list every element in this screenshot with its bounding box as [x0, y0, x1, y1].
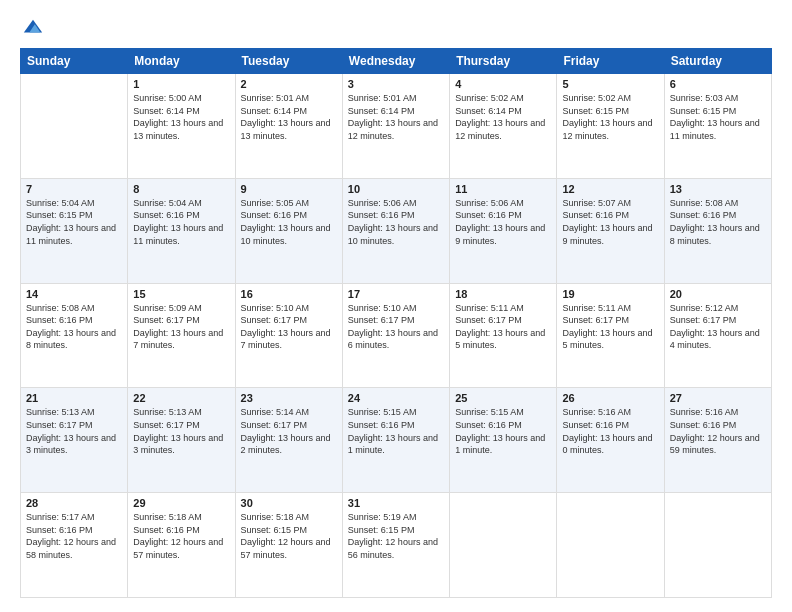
calendar-cell: 3 Sunrise: 5:01 AM Sunset: 6:14 PM Dayli…: [342, 74, 449, 179]
calendar-cell: 29 Sunrise: 5:18 AM Sunset: 6:16 PM Dayl…: [128, 493, 235, 598]
calendar-cell: 13 Sunrise: 5:08 AM Sunset: 6:16 PM Dayl…: [664, 178, 771, 283]
day-info: Sunrise: 5:16 AM Sunset: 6:16 PM Dayligh…: [562, 406, 658, 456]
day-number: 24: [348, 392, 444, 404]
day-info: Sunrise: 5:14 AM Sunset: 6:17 PM Dayligh…: [241, 406, 337, 456]
day-number: 31: [348, 497, 444, 509]
day-number: 15: [133, 288, 229, 300]
calendar-cell: 4 Sunrise: 5:02 AM Sunset: 6:14 PM Dayli…: [450, 74, 557, 179]
day-info: Sunrise: 5:02 AM Sunset: 6:15 PM Dayligh…: [562, 92, 658, 142]
calendar-cell: 27 Sunrise: 5:16 AM Sunset: 6:16 PM Dayl…: [664, 388, 771, 493]
day-number: 2: [241, 78, 337, 90]
calendar-cell: 21 Sunrise: 5:13 AM Sunset: 6:17 PM Dayl…: [21, 388, 128, 493]
day-number: 18: [455, 288, 551, 300]
calendar-cell: 25 Sunrise: 5:15 AM Sunset: 6:16 PM Dayl…: [450, 388, 557, 493]
calendar-cell: 16 Sunrise: 5:10 AM Sunset: 6:17 PM Dayl…: [235, 283, 342, 388]
calendar-cell: [557, 493, 664, 598]
day-number: 29: [133, 497, 229, 509]
day-number: 28: [26, 497, 122, 509]
day-info: Sunrise: 5:10 AM Sunset: 6:17 PM Dayligh…: [348, 302, 444, 352]
header-sunday: Sunday: [21, 49, 128, 74]
calendar-week-row: 14 Sunrise: 5:08 AM Sunset: 6:16 PM Dayl…: [21, 283, 772, 388]
calendar-table: Sunday Monday Tuesday Wednesday Thursday…: [20, 48, 772, 598]
day-info: Sunrise: 5:11 AM Sunset: 6:17 PM Dayligh…: [455, 302, 551, 352]
day-number: 21: [26, 392, 122, 404]
day-info: Sunrise: 5:15 AM Sunset: 6:16 PM Dayligh…: [348, 406, 444, 456]
header: [20, 18, 772, 38]
day-number: 6: [670, 78, 766, 90]
calendar-cell: 6 Sunrise: 5:03 AM Sunset: 6:15 PM Dayli…: [664, 74, 771, 179]
logo: [20, 18, 44, 38]
page: Sunday Monday Tuesday Wednesday Thursday…: [0, 0, 792, 612]
calendar-cell: 23 Sunrise: 5:14 AM Sunset: 6:17 PM Dayl…: [235, 388, 342, 493]
day-info: Sunrise: 5:09 AM Sunset: 6:17 PM Dayligh…: [133, 302, 229, 352]
day-info: Sunrise: 5:08 AM Sunset: 6:16 PM Dayligh…: [670, 197, 766, 247]
calendar-cell: [450, 493, 557, 598]
calendar-cell: 28 Sunrise: 5:17 AM Sunset: 6:16 PM Dayl…: [21, 493, 128, 598]
header-saturday: Saturday: [664, 49, 771, 74]
calendar-cell: 5 Sunrise: 5:02 AM Sunset: 6:15 PM Dayli…: [557, 74, 664, 179]
calendar-cell: 19 Sunrise: 5:11 AM Sunset: 6:17 PM Dayl…: [557, 283, 664, 388]
day-number: 16: [241, 288, 337, 300]
day-number: 23: [241, 392, 337, 404]
day-info: Sunrise: 5:13 AM Sunset: 6:17 PM Dayligh…: [133, 406, 229, 456]
day-number: 7: [26, 183, 122, 195]
day-number: 26: [562, 392, 658, 404]
day-info: Sunrise: 5:01 AM Sunset: 6:14 PM Dayligh…: [348, 92, 444, 142]
day-number: 4: [455, 78, 551, 90]
calendar-cell: 12 Sunrise: 5:07 AM Sunset: 6:16 PM Dayl…: [557, 178, 664, 283]
calendar-cell: [664, 493, 771, 598]
day-number: 30: [241, 497, 337, 509]
day-info: Sunrise: 5:01 AM Sunset: 6:14 PM Dayligh…: [241, 92, 337, 142]
calendar-cell: 8 Sunrise: 5:04 AM Sunset: 6:16 PM Dayli…: [128, 178, 235, 283]
day-number: 1: [133, 78, 229, 90]
day-info: Sunrise: 5:19 AM Sunset: 6:15 PM Dayligh…: [348, 511, 444, 561]
day-number: 5: [562, 78, 658, 90]
day-number: 3: [348, 78, 444, 90]
calendar-week-row: 7 Sunrise: 5:04 AM Sunset: 6:15 PM Dayli…: [21, 178, 772, 283]
day-number: 22: [133, 392, 229, 404]
calendar-week-row: 28 Sunrise: 5:17 AM Sunset: 6:16 PM Dayl…: [21, 493, 772, 598]
day-info: Sunrise: 5:18 AM Sunset: 6:16 PM Dayligh…: [133, 511, 229, 561]
calendar-cell: 7 Sunrise: 5:04 AM Sunset: 6:15 PM Dayli…: [21, 178, 128, 283]
calendar-cell: [21, 74, 128, 179]
day-info: Sunrise: 5:03 AM Sunset: 6:15 PM Dayligh…: [670, 92, 766, 142]
day-info: Sunrise: 5:15 AM Sunset: 6:16 PM Dayligh…: [455, 406, 551, 456]
day-info: Sunrise: 5:10 AM Sunset: 6:17 PM Dayligh…: [241, 302, 337, 352]
day-number: 27: [670, 392, 766, 404]
day-number: 14: [26, 288, 122, 300]
day-info: Sunrise: 5:05 AM Sunset: 6:16 PM Dayligh…: [241, 197, 337, 247]
logo-icon: [22, 16, 44, 38]
day-number: 11: [455, 183, 551, 195]
calendar-cell: 1 Sunrise: 5:00 AM Sunset: 6:14 PM Dayli…: [128, 74, 235, 179]
calendar-week-row: 21 Sunrise: 5:13 AM Sunset: 6:17 PM Dayl…: [21, 388, 772, 493]
day-info: Sunrise: 5:00 AM Sunset: 6:14 PM Dayligh…: [133, 92, 229, 142]
calendar-week-row: 1 Sunrise: 5:00 AM Sunset: 6:14 PM Dayli…: [21, 74, 772, 179]
calendar-cell: 2 Sunrise: 5:01 AM Sunset: 6:14 PM Dayli…: [235, 74, 342, 179]
calendar-cell: 18 Sunrise: 5:11 AM Sunset: 6:17 PM Dayl…: [450, 283, 557, 388]
calendar-cell: 26 Sunrise: 5:16 AM Sunset: 6:16 PM Dayl…: [557, 388, 664, 493]
calendar-cell: 14 Sunrise: 5:08 AM Sunset: 6:16 PM Dayl…: [21, 283, 128, 388]
calendar-cell: 20 Sunrise: 5:12 AM Sunset: 6:17 PM Dayl…: [664, 283, 771, 388]
calendar-cell: 17 Sunrise: 5:10 AM Sunset: 6:17 PM Dayl…: [342, 283, 449, 388]
calendar-cell: 15 Sunrise: 5:09 AM Sunset: 6:17 PM Dayl…: [128, 283, 235, 388]
calendar-cell: 22 Sunrise: 5:13 AM Sunset: 6:17 PM Dayl…: [128, 388, 235, 493]
day-info: Sunrise: 5:18 AM Sunset: 6:15 PM Dayligh…: [241, 511, 337, 561]
header-monday: Monday: [128, 49, 235, 74]
day-number: 17: [348, 288, 444, 300]
day-info: Sunrise: 5:04 AM Sunset: 6:15 PM Dayligh…: [26, 197, 122, 247]
day-info: Sunrise: 5:06 AM Sunset: 6:16 PM Dayligh…: [455, 197, 551, 247]
calendar-cell: 10 Sunrise: 5:06 AM Sunset: 6:16 PM Dayl…: [342, 178, 449, 283]
day-info: Sunrise: 5:08 AM Sunset: 6:16 PM Dayligh…: [26, 302, 122, 352]
day-info: Sunrise: 5:11 AM Sunset: 6:17 PM Dayligh…: [562, 302, 658, 352]
day-number: 9: [241, 183, 337, 195]
calendar-cell: 11 Sunrise: 5:06 AM Sunset: 6:16 PM Dayl…: [450, 178, 557, 283]
header-friday: Friday: [557, 49, 664, 74]
calendar-cell: 31 Sunrise: 5:19 AM Sunset: 6:15 PM Dayl…: [342, 493, 449, 598]
day-number: 12: [562, 183, 658, 195]
day-number: 10: [348, 183, 444, 195]
day-number: 19: [562, 288, 658, 300]
calendar-cell: 30 Sunrise: 5:18 AM Sunset: 6:15 PM Dayl…: [235, 493, 342, 598]
weekday-header-row: Sunday Monday Tuesday Wednesday Thursday…: [21, 49, 772, 74]
calendar-cell: 9 Sunrise: 5:05 AM Sunset: 6:16 PM Dayli…: [235, 178, 342, 283]
day-number: 8: [133, 183, 229, 195]
